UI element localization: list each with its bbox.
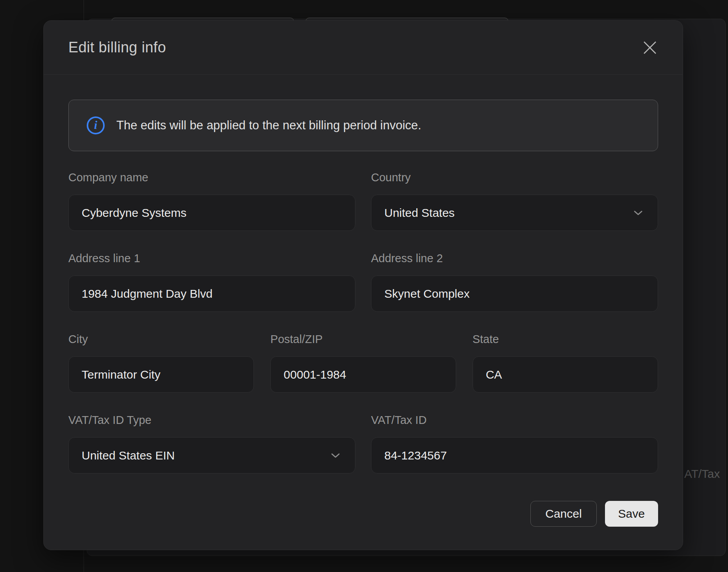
- close-button[interactable]: [641, 38, 659, 57]
- screen: AT/Tax Edit billing info i The edits wil…: [0, 0, 728, 572]
- background-partial-label: AT/Tax: [684, 467, 720, 481]
- vat-type-selected-value: United States EIN: [82, 449, 175, 462]
- company-name-label: Company name: [68, 171, 355, 184]
- form-row-city-postal-state: City Postal/ZIP State: [68, 333, 658, 393]
- country-label: Country: [371, 171, 658, 184]
- dialog-body: i The edits will be applied to the next …: [44, 75, 683, 527]
- save-button[interactable]: Save: [605, 501, 658, 527]
- vat-id-input[interactable]: [371, 437, 658, 474]
- chevron-down-icon: [633, 210, 643, 216]
- address2-label: Address line 2: [371, 252, 658, 265]
- info-icon: i: [87, 116, 105, 134]
- field-country: Country United States: [371, 171, 658, 231]
- chevron-down-icon: [331, 453, 340, 458]
- address2-input[interactable]: [371, 275, 658, 312]
- form-row-address: Address line 1 Address line 2: [68, 252, 658, 312]
- field-company-name: Company name: [68, 171, 355, 231]
- info-banner: i The edits will be applied to the next …: [68, 100, 658, 151]
- vat-type-label: VAT/Tax ID Type: [68, 414, 355, 427]
- country-selected-value: United States: [384, 206, 455, 220]
- country-select[interactable]: United States: [371, 195, 658, 231]
- edit-billing-info-dialog: Edit billing info i The edits will be ap…: [43, 20, 683, 550]
- field-postal: Postal/ZIP: [270, 333, 456, 393]
- close-icon: [642, 40, 657, 55]
- company-name-input[interactable]: [68, 195, 355, 231]
- city-input[interactable]: [68, 356, 254, 393]
- dialog-header: Edit billing info: [44, 21, 683, 75]
- vat-id-label: VAT/Tax ID: [371, 414, 658, 427]
- field-vat-id: VAT/Tax ID: [371, 414, 658, 474]
- state-input[interactable]: [473, 356, 658, 393]
- info-banner-text: The edits will be applied to the next bi…: [116, 118, 421, 132]
- state-label: State: [473, 333, 658, 346]
- form-row-company-country: Company name Country United States: [68, 171, 658, 231]
- cancel-button[interactable]: Cancel: [530, 501, 596, 527]
- field-address2: Address line 2: [371, 252, 658, 312]
- dialog-title: Edit billing info: [68, 39, 166, 56]
- dialog-footer: Cancel Save: [68, 501, 658, 527]
- field-city: City: [68, 333, 254, 393]
- postal-label: Postal/ZIP: [270, 333, 456, 346]
- city-label: City: [68, 333, 254, 346]
- field-state: State: [473, 333, 658, 393]
- address1-input[interactable]: [68, 275, 355, 312]
- postal-input[interactable]: [270, 356, 456, 393]
- field-address1: Address line 1: [68, 252, 355, 312]
- vat-type-select[interactable]: United States EIN: [68, 437, 355, 474]
- form-row-vat: VAT/Tax ID Type United States EIN VAT/Ta…: [68, 414, 658, 474]
- field-vat-type: VAT/Tax ID Type United States EIN: [68, 414, 355, 474]
- address1-label: Address line 1: [68, 252, 355, 265]
